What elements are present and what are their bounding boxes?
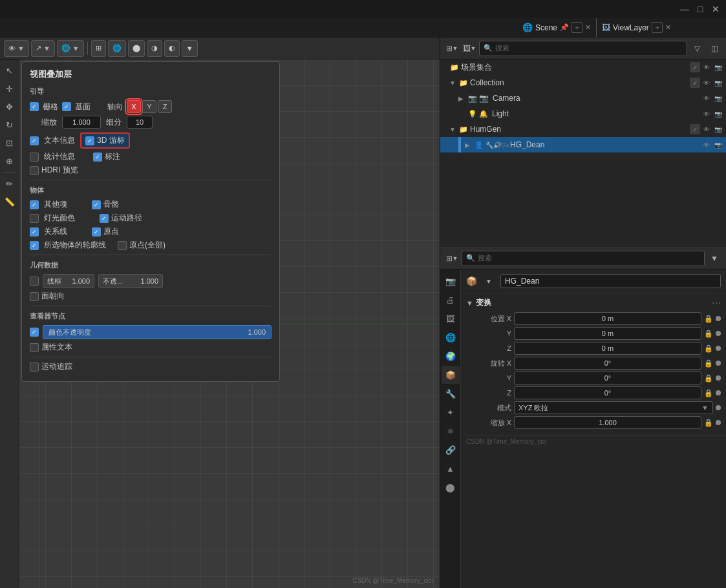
transform-btn[interactable]: ↗ ▼: [31, 40, 55, 57]
origin-all-checkbox[interactable]: [118, 241, 127, 250]
light-camera-icon[interactable]: 📷: [713, 109, 723, 119]
face-orient-checkbox[interactable]: [30, 292, 39, 301]
outliner-item-camera[interactable]: ▶ 📷 📷 Camera 👁 📷: [440, 90, 726, 106]
output-props-tab[interactable]: 🖨: [442, 291, 460, 309]
color-opacity-input[interactable]: 颜色不透明度 1.000: [43, 325, 272, 339]
pos-z-lock[interactable]: 🔒: [704, 344, 713, 353]
pos-y-lock[interactable]: 🔒: [704, 330, 713, 338]
selected-outline-checkbox[interactable]: [30, 241, 39, 250]
rot-y-lock[interactable]: 🔒: [704, 374, 713, 383]
other-checkbox[interactable]: [30, 200, 39, 209]
modifier-props-tab[interactable]: 🔧: [442, 384, 460, 403]
collection-checkbox[interactable]: ✓: [690, 78, 700, 88]
pos-x-input[interactable]: 0 m: [514, 312, 701, 325]
cursor-tool-icon[interactable]: ✛: [1, 80, 18, 97]
move-tool-icon[interactable]: ✥: [1, 98, 18, 115]
scale-tool-icon[interactable]: ⊡: [1, 134, 18, 151]
axis-y-btn[interactable]: Y: [142, 100, 156, 113]
view-mode-btn[interactable]: 👁 ▼: [4, 40, 29, 57]
humgen-camera-icon[interactable]: 📷: [713, 124, 723, 134]
pos-y-input[interactable]: 0 m: [514, 327, 701, 340]
transform-collapse-arrow[interactable]: ▼: [466, 299, 473, 307]
outliner-item-collection[interactable]: ▼ 📁 Collection ✓ 👁 📷: [440, 75, 726, 90]
motion-path-checkbox[interactable]: [100, 214, 109, 223]
pos-y-dot[interactable]: [716, 331, 721, 336]
render-btn[interactable]: ◐: [164, 40, 180, 57]
opacity-input[interactable]: 不透... 1.000: [98, 274, 163, 288]
outliner-display-btn[interactable]: 🖼 ▼: [462, 41, 477, 56]
rot-z-input[interactable]: 0°: [514, 386, 701, 399]
motion-track-checkbox[interactable]: [30, 362, 39, 372]
origin-checkbox[interactable]: [92, 227, 101, 236]
collection-eye[interactable]: 👁: [701, 78, 712, 88]
view-layer-tab[interactable]: 🖼: [442, 310, 460, 328]
object-props-tab[interactable]: 📦: [442, 366, 460, 384]
stats-checkbox[interactable]: [30, 152, 39, 162]
rot-z-dot[interactable]: [716, 390, 721, 395]
close-button[interactable]: ✕: [710, 4, 721, 14]
humgen-eye[interactable]: 👁: [701, 124, 712, 134]
rot-y-input[interactable]: 0°: [514, 372, 701, 384]
material-btn[interactable]: ◑: [147, 40, 162, 57]
object-name-arrow[interactable]: ▼: [481, 273, 496, 289]
render-props-tab[interactable]: 📷: [442, 272, 460, 290]
base-checkbox[interactable]: [62, 102, 71, 111]
physics-tab[interactable]: ⚛: [442, 422, 460, 440]
scale-value[interactable]: 1.000: [62, 116, 101, 129]
props-view-btn[interactable]: ⊞ ▼: [444, 251, 460, 266]
pos-x-lock[interactable]: 🔒: [704, 315, 713, 323]
select-tool-icon[interactable]: ↖: [1, 62, 18, 79]
mode-dot[interactable]: [716, 405, 721, 410]
humgen-checkbox[interactable]: ✓: [690, 124, 700, 134]
pos-x-dot[interactable]: [716, 316, 721, 321]
layout-btn[interactable]: ⊞: [91, 40, 106, 57]
maximize-button[interactable]: □: [695, 4, 705, 14]
material-tab[interactable]: ⬤: [442, 478, 460, 496]
scene-props-tab[interactable]: 🌐: [442, 328, 460, 346]
rot-y-dot[interactable]: [716, 375, 721, 381]
rot-z-lock[interactable]: 🔒: [704, 389, 713, 397]
viewlayer-close-icon[interactable]: ✕: [665, 23, 671, 32]
rot-x-lock[interactable]: 🔒: [704, 359, 713, 368]
pos-z-input[interactable]: 0 m: [514, 342, 701, 355]
scale-x-lock[interactable]: 🔒: [704, 419, 713, 427]
skeleton-checkbox[interactable]: [92, 200, 101, 209]
light-eye[interactable]: 👁: [701, 109, 712, 119]
outliner-item-humgen[interactable]: ▼ 📁 HumGen ✓ 👁 📷: [440, 121, 726, 137]
globe-btn[interactable]: 🌐: [108, 40, 126, 57]
scene-collection-eye[interactable]: 👁: [701, 62, 712, 72]
outliner-item-light[interactable]: 💡 🔔 Light 👁 📷: [440, 106, 726, 121]
scene-collection-checkbox[interactable]: ✓: [690, 62, 700, 72]
camera-camera-icon[interactable]: 📷: [713, 93, 723, 103]
sphere-btn[interactable]: ⬤: [128, 40, 145, 57]
props-search-bar[interactable]: 🔍 搜索: [462, 251, 705, 266]
outliner-extra-btn[interactable]: ◫: [707, 41, 722, 56]
rot-x-dot[interactable]: [716, 361, 721, 366]
axis-x-btn[interactable]: X: [127, 100, 141, 113]
data-tab[interactable]: ▲: [442, 459, 460, 478]
wireframe-input[interactable]: 线框 1.000: [43, 274, 94, 288]
pos-z-dot[interactable]: [716, 346, 721, 351]
transform-tool-icon[interactable]: ⊕: [1, 152, 18, 169]
outliner-filter-btn[interactable]: ▽: [689, 41, 705, 56]
scale-x-dot[interactable]: [716, 420, 721, 425]
viewport-shading-btn[interactable]: 🌐 ▼: [57, 40, 84, 57]
wireframe-checkbox[interactable]: [30, 277, 39, 286]
particles-tab[interactable]: ✦: [442, 403, 460, 421]
outliner-item-hg-dean[interactable]: ▶ 👤 🔧🔊▽₆ HG_Dean 👁 📷: [440, 137, 726, 152]
annotation-checkbox[interactable]: [93, 152, 102, 162]
rotate-tool-icon[interactable]: ↻: [1, 116, 18, 133]
cursor-3d-checkbox[interactable]: [85, 136, 94, 145]
props-filter-btn[interactable]: ▼: [707, 251, 722, 266]
light-color-checkbox[interactable]: [30, 214, 39, 223]
camera-eye[interactable]: 👁: [701, 93, 712, 103]
subdivide-value[interactable]: 10: [127, 116, 153, 129]
scale-x-input[interactable]: 1.000: [514, 416, 701, 429]
scene-collection-camera[interactable]: 📷: [713, 62, 723, 72]
extra-btn[interactable]: ▼: [182, 40, 198, 57]
scene-new-icon[interactable]: ＋: [571, 22, 582, 33]
axis-z-btn[interactable]: Z: [158, 100, 172, 113]
world-props-tab[interactable]: 🌍: [442, 347, 460, 365]
relation-checkbox[interactable]: [30, 227, 39, 236]
attr-text-checkbox[interactable]: [30, 343, 39, 352]
